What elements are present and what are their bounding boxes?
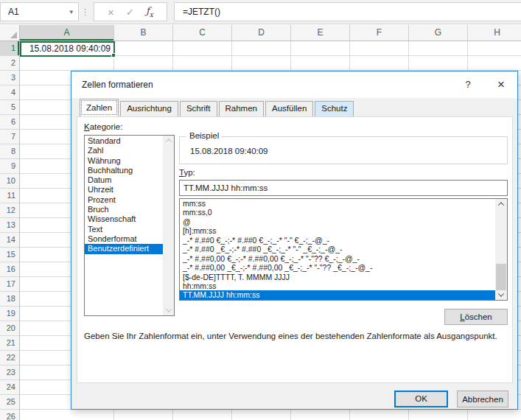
row-header-13[interactable]: 13 <box>0 218 19 233</box>
category-item-benutzerdefiniert[interactable]: Benutzerdefiniert <box>85 244 163 253</box>
confirm-entry-icon[interactable]: ✓ <box>126 7 134 18</box>
format-item[interactable]: _-* #.##0,00 €_-;-* #.##0,00 €_-;_-* "-"… <box>180 254 495 263</box>
row-header-24[interactable]: 24 <box>0 380 19 395</box>
format-item[interactable]: TT.MM.JJJJ hh:mm:ss <box>180 290 495 299</box>
format-item[interactable]: mm:ss <box>180 199 495 208</box>
column-header-B[interactable]: B <box>114 25 173 41</box>
formula-input[interactable] <box>175 3 521 21</box>
tab-rahmen[interactable]: Rahmen <box>219 101 264 116</box>
row-header-25[interactable]: 25 <box>0 395 19 410</box>
formula-input-wrap <box>174 2 521 21</box>
row-header-4[interactable]: 4 <box>0 85 19 100</box>
cancel-button[interactable]: Abbrechen <box>457 391 508 407</box>
tab-schrift[interactable]: Schrift <box>180 101 217 116</box>
row-header-19[interactable]: 19 <box>0 307 19 321</box>
row-header-12[interactable]: 12 <box>0 203 19 218</box>
row-header-18[interactable]: 18 <box>0 292 19 307</box>
type-input-wrap <box>179 180 508 196</box>
format-cells-dialog: Zellen formatieren ? × ZahlenAusrichtung… <box>71 71 518 410</box>
scroll-up-icon[interactable] <box>495 199 507 209</box>
row-header-8[interactable]: 8 <box>0 144 19 159</box>
row-header-6[interactable]: 6 <box>0 115 19 130</box>
category-listbox[interactable]: StandardZahlWährungBuchhaltungDatumUhrze… <box>84 135 175 316</box>
row-header-3[interactable]: 3 <box>0 71 19 85</box>
type-input[interactable] <box>180 181 507 195</box>
category-scrollbar[interactable] <box>163 136 174 315</box>
row-header-22[interactable]: 22 <box>0 351 19 365</box>
row-header-17[interactable]: 17 <box>0 277 19 292</box>
format-item[interactable]: @ <box>180 217 495 226</box>
dialog-titlebar[interactable]: Zellen formatieren ? × <box>71 71 517 98</box>
category-item-wissenschaft[interactable]: Wissenschaft <box>85 214 163 224</box>
category-item-sonderformat[interactable]: Sonderformat <box>85 234 163 244</box>
category-item-buchhaltung[interactable]: Buchhaltung <box>85 166 163 175</box>
fill-handle[interactable] <box>111 53 116 57</box>
format-item[interactable]: _-* #.##0 €_-;-* #.##0 €_-;_-* "-" €_-;_… <box>180 236 495 245</box>
column-header-G[interactable]: G <box>409 25 468 41</box>
dialog-help-icon[interactable]: ? <box>461 71 475 98</box>
format-item[interactable]: _-* #.##0,00 _€_-;-* #.##0,00 _€_-;_-* "… <box>180 263 495 272</box>
dialog-close-icon[interactable]: × <box>493 71 509 98</box>
ok-button[interactable]: OK <box>394 391 448 407</box>
category-item-wahrung[interactable]: Währung <box>85 156 163 166</box>
category-item-standard[interactable]: Standard <box>85 136 163 146</box>
format-scrollbar[interactable] <box>495 199 507 300</box>
row-header-5[interactable]: 5 <box>0 100 19 115</box>
column-header-A[interactable]: A <box>20 25 114 41</box>
format-item[interactable]: hh:mm:ss <box>180 281 495 290</box>
dialog-help-text: Geben Sie Ihr Zahlenformat ein, unter Ve… <box>84 332 510 340</box>
delete-button[interactable]: Löschen <box>444 309 508 325</box>
format-item[interactable]: [h]:mm:ss <box>180 226 495 235</box>
row-header-20[interactable]: 20 <box>0 321 19 336</box>
format-item[interactable]: mm:ss,0 <box>180 208 495 217</box>
scroll-down-icon[interactable] <box>163 305 174 315</box>
category-item-bruch[interactable]: Bruch <box>85 205 163 214</box>
tab-page-zahlen: Kategorie: StandardZahlWährungBuchhaltun… <box>77 116 513 383</box>
formula-bar: A1 ▾ ⋮ × ✓ ƒx <box>0 0 521 24</box>
format-listbox[interactable]: mm:ssmm:ss,0@[h]:mm:ss_-* #.##0 €_-;-* #… <box>179 198 508 301</box>
category-item-uhrzeit[interactable]: Uhrzeit <box>85 185 163 195</box>
tab-ausrichtung[interactable]: Ausrichtung <box>120 101 178 116</box>
column-header-D[interactable]: D <box>232 25 291 41</box>
select-all-corner[interactable] <box>0 25 20 41</box>
row-header-9[interactable]: 9 <box>0 159 19 174</box>
category-label: Kategorie: <box>84 122 122 131</box>
category-item-text[interactable]: Text <box>85 225 163 234</box>
column-header-F[interactable]: F <box>350 25 409 41</box>
row-header-14[interactable]: 14 <box>0 233 19 248</box>
dialog-title: Zellen formatieren <box>82 80 153 90</box>
active-cell-a1[interactable]: 15.08.2018 09:40:09 <box>20 41 115 57</box>
row-header-23[interactable]: 23 <box>0 365 19 380</box>
row-header-11[interactable]: 11 <box>0 189 19 203</box>
column-header-H[interactable]: H <box>468 25 521 41</box>
tab-schutz[interactable]: Schutz <box>315 101 354 116</box>
row-header-7[interactable]: 7 <box>0 130 19 144</box>
column-header-E[interactable]: E <box>291 25 350 41</box>
name-box-dropdown-icon[interactable]: ▾ <box>69 3 73 21</box>
scroll-down-icon[interactable] <box>495 290 507 300</box>
name-box-value: A1 <box>8 7 19 17</box>
row-header-1[interactable]: 1 <box>0 41 19 56</box>
column-header-C[interactable]: C <box>173 25 232 41</box>
row-header-2[interactable]: 2 <box>0 56 19 71</box>
row-header-21[interactable]: 21 <box>0 336 19 351</box>
cancel-entry-icon[interactable]: × <box>108 6 114 18</box>
name-box[interactable]: A1 ▾ <box>0 2 79 21</box>
category-item-zahl[interactable]: Zahl <box>85 146 163 155</box>
formula-buttons: × ✓ ƒx <box>94 2 167 21</box>
category-item-prozent[interactable]: Prozent <box>85 195 163 205</box>
example-value: 15.08.2018 09:40:09 <box>190 147 268 155</box>
format-item[interactable]: [$-de-DE]TTTT, T. MMMM JJJJ <box>180 273 495 281</box>
row-header-16[interactable]: 16 <box>0 262 19 277</box>
scroll-up-icon[interactable] <box>163 136 174 146</box>
insert-function-icon[interactable]: ƒx <box>146 5 153 18</box>
active-cell-value: 15.08.2018 09:40:09 <box>29 43 111 54</box>
scrollbar-thumb[interactable] <box>496 264 506 290</box>
tab-ausfullen[interactable]: Ausfüllen <box>265 101 313 116</box>
row-header-10[interactable]: 10 <box>0 174 19 189</box>
format-item[interactable]: _-* #.##0 _€_-;-* #.##0 _€_-;_-* "-" _€_… <box>180 245 495 253</box>
category-item-datum[interactable]: Datum <box>85 175 163 185</box>
tab-zahlen[interactable]: Zahlen <box>80 99 119 116</box>
row-header-15[interactable]: 15 <box>0 248 19 262</box>
row-header-26[interactable]: 26 <box>0 410 19 420</box>
